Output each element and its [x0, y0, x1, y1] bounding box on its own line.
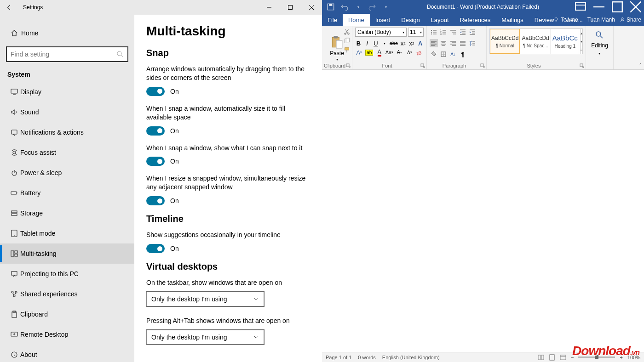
font-name-dropdown[interactable]: Calibri (Body)▾ — [355, 28, 407, 37]
dialog-launcher-icon[interactable] — [480, 63, 485, 68]
clear-format-button[interactable] — [415, 48, 424, 57]
multilevel-button[interactable] — [449, 28, 457, 36]
style-gallery[interactable]: AaBbCcDd ¶ Normal AaBbCcDd ¶ No Spac... … — [489, 28, 583, 54]
user-name[interactable]: Tuan Manh — [587, 17, 615, 23]
sidebar-item-multitasking[interactable]: Multi-tasking — [0, 243, 134, 264]
tab-design[interactable]: Design — [396, 14, 425, 26]
tab-file[interactable]: File — [322, 14, 343, 26]
strikethrough-button[interactable]: abc — [390, 39, 398, 47]
status-words[interactable]: 0 words — [358, 355, 376, 360]
sidebar-item-display[interactable]: Display — [0, 82, 134, 102]
maximize-button[interactable] — [280, 0, 301, 15]
redo-button[interactable] — [368, 3, 376, 11]
sidebar-item-storage[interactable]: Storage — [0, 203, 134, 223]
borders-button[interactable] — [439, 50, 448, 58]
close-button[interactable] — [301, 0, 322, 15]
tab-insert[interactable]: Insert — [370, 14, 396, 26]
home-button[interactable]: Home — [0, 24, 134, 42]
superscript-button[interactable]: x2 — [408, 39, 415, 47]
shading-button[interactable] — [430, 50, 438, 58]
align-right-button[interactable] — [449, 39, 457, 47]
font-color-button[interactable]: A▾ — [355, 48, 363, 57]
word-minimize-button[interactable] — [593, 2, 604, 11]
style-normal[interactable]: AaBbCcDd ¶ Normal — [490, 29, 520, 54]
collapse-ribbon-button[interactable]: ⌃ — [638, 62, 642, 68]
copy-icon[interactable] — [344, 38, 350, 44]
underline-more-button[interactable]: ▾ — [381, 39, 388, 47]
read-mode-icon[interactable] — [538, 354, 544, 361]
grow-font-button[interactable]: A▴ — [395, 48, 403, 57]
qat-customize-button[interactable]: ▾ — [382, 3, 390, 11]
tab-layout[interactable]: Layout — [426, 14, 454, 26]
shrink-font-button[interactable]: A▾ — [405, 48, 414, 57]
sidebar-item-battery[interactable]: Battery — [0, 183, 134, 203]
settings-content[interactable]: Multi-tasking Snap Arrange windows autom… — [134, 15, 322, 362]
sidebar-item-focus[interactable]: Focus assist — [0, 142, 134, 163]
snap2-toggle[interactable] — [146, 126, 165, 136]
ribbon-display-button[interactable] — [575, 2, 586, 11]
undo-more-button[interactable]: ▾ — [354, 3, 362, 11]
show-marks-button[interactable]: ¶ — [459, 50, 467, 58]
change-case-button[interactable]: Aa▾ — [385, 48, 394, 57]
timeline-toggle[interactable] — [146, 244, 165, 253]
document-area[interactable] — [322, 70, 644, 352]
align-left-button[interactable] — [430, 39, 438, 47]
bullets-button[interactable] — [430, 28, 438, 36]
cut-icon[interactable] — [344, 28, 350, 35]
sidebar-item-clipboard[interactable]: Clipboard — [0, 304, 134, 324]
dialog-launcher-icon[interactable] — [420, 63, 425, 68]
numbering-button[interactable]: 123 — [439, 28, 448, 36]
snap3-toggle[interactable] — [146, 157, 165, 166]
dialog-launcher-icon[interactable] — [580, 63, 584, 68]
status-language[interactable]: English (United Kingdom) — [382, 355, 440, 360]
sidebar-item-sound[interactable]: Sound — [0, 102, 134, 122]
tab-mailings[interactable]: Mailings — [496, 14, 529, 26]
minimize-button[interactable] — [259, 0, 280, 15]
snap1-toggle[interactable] — [146, 87, 165, 96]
justify-button[interactable] — [459, 39, 467, 47]
vd1-dropdown[interactable]: Only the desktop I'm using — [146, 292, 264, 306]
word-maximize-button[interactable] — [612, 2, 623, 11]
vd2-dropdown[interactable]: Only the desktop I'm using — [146, 330, 264, 345]
style-heading1[interactable]: AaBbCc Heading 1 — [552, 29, 579, 54]
sidebar-item-about[interactable]: About — [0, 345, 134, 362]
font-color2-button[interactable]: A — [375, 48, 384, 57]
style-nospacing[interactable]: AaBbCcDd ¶ No Spac... — [521, 29, 550, 54]
tab-references[interactable]: References — [454, 14, 496, 26]
save-button[interactable] — [327, 3, 335, 11]
search-box[interactable] — [6, 47, 128, 62]
dialog-launcher-icon[interactable] — [346, 63, 351, 68]
sort-button[interactable]: A↓ — [449, 50, 457, 58]
underline-button[interactable]: U — [373, 39, 380, 47]
word-close-button[interactable] — [630, 2, 641, 11]
sidebar-item-tablet[interactable]: Tablet mode — [0, 223, 134, 243]
subscript-button[interactable]: x2 — [400, 39, 407, 47]
align-center-button[interactable] — [439, 39, 448, 47]
find-button[interactable]: Editing ▾ — [591, 30, 608, 56]
italic-button[interactable]: I — [364, 39, 371, 47]
sidebar-item-power[interactable]: Power & sleep — [0, 163, 134, 183]
style-scroll[interactable]: ▴▾≡ — [580, 29, 583, 54]
sidebar-item-shared[interactable]: Shared experiences — [0, 284, 134, 304]
status-page[interactable]: Page 1 of 1 — [326, 355, 351, 360]
search-input[interactable] — [11, 51, 116, 58]
highlight-button[interactable]: ab — [365, 48, 374, 57]
back-button[interactable] — [0, 0, 18, 15]
decrease-indent-button[interactable] — [459, 28, 467, 36]
sidebar-item-notifications[interactable]: Notifications & actions — [0, 122, 134, 142]
font-size-dropdown[interactable]: 11▾ — [408, 28, 424, 37]
share-button[interactable]: Share — [620, 17, 641, 23]
snap4-toggle[interactable] — [146, 196, 165, 205]
format-painter-icon[interactable] — [344, 47, 350, 53]
bold-button[interactable]: B — [355, 39, 362, 47]
text-effects-button[interactable]: A — [417, 39, 424, 47]
increase-indent-button[interactable] — [468, 28, 477, 36]
line-spacing-button[interactable] — [468, 39, 477, 47]
web-layout-icon[interactable] — [560, 354, 566, 361]
paste-button[interactable]: Paste ▾ — [330, 35, 344, 62]
tell-me-button[interactable]: Tell me... — [553, 17, 583, 23]
tab-home[interactable]: Home — [343, 14, 370, 26]
print-layout-icon[interactable] — [549, 354, 555, 361]
sidebar-item-remote[interactable]: Remote Desktop — [0, 324, 134, 345]
undo-button[interactable] — [340, 3, 349, 11]
